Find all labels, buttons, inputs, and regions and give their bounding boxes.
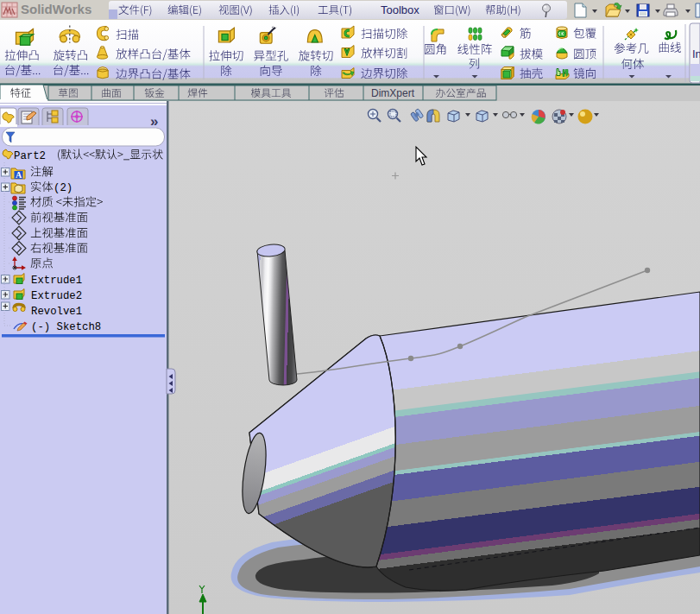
svg-text:Part2: Part2 [14, 150, 46, 162]
svg-text:SolidWorks: SolidWorks [21, 2, 91, 16]
svg-text:Revolve1: Revolve1 [31, 306, 82, 318]
svg-text:Extrude1: Extrude1 [31, 275, 82, 287]
svg-text:»: » [150, 113, 158, 130]
svg-text:A: A [16, 170, 22, 180]
svg-text:In: In [692, 47, 700, 60]
svg-text:(2): (2) [54, 182, 73, 194]
svg-text:Toolbox: Toolbox [381, 3, 419, 16]
svg-text:Extrude2: Extrude2 [31, 290, 82, 302]
svg-text:(-) Sketch8: (-) Sketch8 [31, 321, 101, 333]
svg-text:DimXpert: DimXpert [371, 87, 415, 99]
